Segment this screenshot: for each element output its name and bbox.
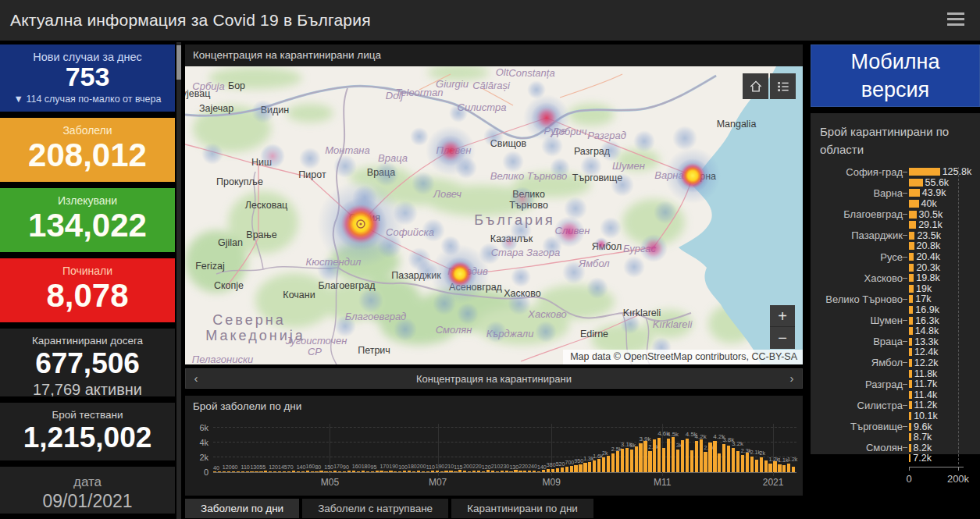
heat-blob-blue <box>654 201 677 224</box>
region-bar <box>909 179 923 187</box>
home-button[interactable] <box>743 73 768 99</box>
region-chart-axis: 0200k <box>811 464 980 488</box>
map-place-label: Врање <box>246 229 276 240</box>
daily-bar <box>338 471 341 472</box>
region-value: 55.6k <box>925 177 950 188</box>
region-value: 29.1k <box>918 219 943 230</box>
daily-bar <box>486 470 490 472</box>
daily-bar <box>259 471 262 472</box>
heat-blob-blue <box>562 261 586 284</box>
zoom-in-button[interactable]: + <box>770 305 795 327</box>
map-toolbar <box>743 73 796 99</box>
heat-blob-blue <box>358 288 383 313</box>
carousel-prev-button[interactable]: ‹ <box>186 370 206 387</box>
daily-bar <box>297 471 300 472</box>
x-axis-label: M07 <box>429 477 447 488</box>
scrollbar-thumb[interactable] <box>176 45 181 80</box>
daily-bar <box>380 471 383 472</box>
bar-data-label: 140 <box>297 464 306 470</box>
tab-2[interactable]: Карантинирани по дни <box>451 499 593 518</box>
heat-blob-blue <box>672 126 697 151</box>
axis-tick <box>903 278 909 279</box>
menu-icon[interactable] <box>947 12 966 28</box>
axis-tick <box>903 405 909 406</box>
stat-card-infected: Заболели 208,012 <box>0 118 175 182</box>
region-label: Силистра <box>811 400 903 411</box>
daily-bar <box>403 471 406 472</box>
daily-bar <box>768 464 772 472</box>
daily-bar <box>412 471 415 472</box>
daily-bar <box>458 470 461 472</box>
stat-value: 1,215,002 <box>0 423 175 453</box>
region-value: 10.1k <box>914 411 938 421</box>
app-header: Актуална информация за Covid 19 в Българ… <box>0 0 980 41</box>
bar-data-label: 120 <box>269 464 278 470</box>
map-canvas[interactable]: СрбијаDoljOltTeleormanGiurgiuCălărașiCon… <box>185 66 803 364</box>
tab-0[interactable]: Заболели по дни <box>185 499 299 518</box>
x-axis-label: 2021 <box>763 477 784 488</box>
sidebar-scrollbar[interactable] <box>176 42 181 519</box>
region-row: Благоевград30.5k <box>811 209 980 220</box>
main-column: Концентрация на карантинирани лица <box>185 41 803 519</box>
daily-bar <box>616 451 619 472</box>
region-label: Разград <box>811 379 903 390</box>
daily-cases-chart: 02k4k6kM05M07M09M11202140120601101305512… <box>185 418 803 492</box>
region-bar <box>909 317 913 325</box>
daily-bar <box>505 471 508 472</box>
daily-bar <box>333 471 337 472</box>
stat-title: Карантинирани досега <box>0 329 175 347</box>
stat-value: 677,506 <box>0 349 175 379</box>
region-row: 14.8k <box>811 325 980 336</box>
region-value: 17k <box>915 293 931 304</box>
daily-bar <box>722 444 725 472</box>
daily-bar <box>408 471 411 472</box>
daily-bar <box>542 470 545 472</box>
stat-card-quarantined: Карантинирани досега 677,506 17,769 акти… <box>0 329 175 396</box>
map-place-label: Olt <box>496 66 510 78</box>
daily-bar <box>551 469 554 472</box>
openstreetmap-heatmap[interactable]: СрбијаDoljOltTeleormanGiurgiuCălărașiCon… <box>185 66 803 364</box>
daily-bar <box>602 457 605 472</box>
legend-button[interactable] <box>770 73 796 99</box>
x-axis-label: M11 <box>654 477 671 488</box>
daily-bar <box>246 471 249 472</box>
daily-bar <box>750 457 754 472</box>
region-row: Разград11.7k <box>811 379 980 389</box>
axis-tick <box>903 362 909 363</box>
daily-bar <box>537 471 540 472</box>
daily-bar <box>755 460 758 472</box>
region-label: Шумен <box>811 315 903 326</box>
region-value: 43.9k <box>922 187 946 198</box>
bar-data-label: 4.5k <box>667 432 679 437</box>
heat-blob-blue <box>374 162 399 187</box>
daily-bar <box>593 460 596 472</box>
heat-blob-bp <box>260 144 285 169</box>
region-row: Силистра11.2k <box>811 400 980 411</box>
region-row: Варна43.9k <box>811 188 980 199</box>
daily-bar <box>477 471 480 472</box>
x-axis-label: M05 <box>321 477 339 488</box>
region-value: 12.4k <box>914 347 939 357</box>
daily-bar <box>514 470 517 472</box>
region-row: Велико Търново17k <box>811 294 980 305</box>
daily-bar <box>764 460 768 472</box>
heat-blob-red <box>435 135 466 166</box>
daily-bar <box>449 471 452 472</box>
mobile-version-button[interactable]: Мобилна версия <box>811 44 980 107</box>
carousel-next-button[interactable]: › <box>782 370 802 387</box>
daily-bar <box>787 464 790 472</box>
daily-bar <box>311 471 314 472</box>
zoom-out-button[interactable]: − <box>770 327 795 349</box>
map-place-label: Хасково <box>527 308 567 320</box>
daily-bar <box>329 471 332 472</box>
bar-data-label: 55 <box>259 464 265 470</box>
bar-data-label: 100 <box>398 464 408 470</box>
tab-1[interactable]: Заболели с натрупване <box>302 499 448 518</box>
stat-title: дата <box>0 467 175 490</box>
bar-data-label: 200 <box>463 464 472 469</box>
stat-delta: ▼ 114 случая по-малко от вчера <box>0 94 175 105</box>
daily-bar <box>732 448 735 472</box>
daily-chart-title: Брой заболели по дни <box>185 396 803 418</box>
daily-bar <box>269 471 272 472</box>
map-place-label: Прокупље <box>216 176 263 187</box>
